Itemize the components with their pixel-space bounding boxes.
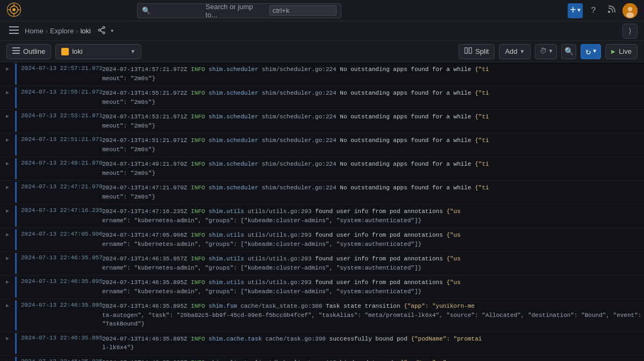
log-content: 2024-07-13T14:55:21.972Z INFO shim.sched…	[100, 87, 644, 108]
outline-label: Outline	[23, 47, 45, 55]
log-row[interactable]: ▶2024-07-13 22:55:21.9722024-07-13T14:55…	[0, 86, 644, 110]
log-expand-button[interactable]: ▶	[0, 87, 15, 96]
keyboard-shortcut: ctrl+k	[269, 5, 337, 16]
log-expand-button[interactable]: ▶	[0, 229, 15, 238]
log-row[interactable]: ▶2024-07-13 22:49:21.9702024-07-13T14:49…	[0, 157, 644, 181]
live-button[interactable]: ▶ Live	[605, 44, 638, 59]
log-expand-button[interactable]: ▶	[0, 333, 15, 342]
log-content: 2024-07-13T14:46:35.895Z INFO shim.fsm c…	[100, 300, 644, 330]
log-content: 2024-07-13T14:47:16.235Z INFO shim.utils…	[100, 206, 644, 226]
log-row[interactable]: ▶2024-07-13 22:46:35.8952024-07-13T14:46…	[0, 332, 644, 356]
play-icon: ▶	[611, 48, 616, 54]
log-viewer[interactable]: ▶2024-07-13 22:57:21.9722024-07-13T14:57…	[0, 62, 644, 361]
share-button[interactable]	[97, 26, 106, 37]
grafana-logo[interactable]	[6, 2, 22, 19]
breadcrumb-explore[interactable]: Explore	[50, 27, 74, 35]
datasource-label: loki	[72, 47, 83, 55]
query-toolbar: Outline loki ▼ Split Add ▼ ⏱ ▼ 🔍 ↻ ▼ ▶	[0, 41, 644, 62]
svg-rect-23	[465, 48, 468, 54]
log-row[interactable]: ▶2024-07-13 22:46:35.8952024-07-13T14:46…	[0, 275, 644, 299]
log-row[interactable]: ▶2024-07-13 22:47:05.9062024-07-13T14:47…	[0, 228, 644, 252]
log-expand-button[interactable]: ▶	[0, 135, 15, 143]
search-input[interactable]: Search or jump to...	[205, 3, 266, 19]
add-label: Add	[505, 47, 517, 55]
breadcrumb-current: loki	[80, 27, 91, 35]
live-label: Live	[619, 47, 632, 55]
log-timestamp: 2024-07-13 22:49:21.970	[17, 158, 100, 168]
log-row[interactable]: ▶2024-07-13 22:47:21.9702024-07-13T14:47…	[0, 181, 644, 204]
log-timestamp: 2024-07-13 22:47:16.235	[17, 206, 100, 215]
split-button[interactable]: Split	[459, 44, 495, 59]
svg-rect-19	[12, 47, 20, 48]
log-row[interactable]: ▶2024-07-13 22:51:21.9712024-07-13T14:51…	[0, 133, 644, 157]
svg-point-10	[626, 12, 634, 18]
log-content: 2024-07-13T14:47:21.970Z INFO shim.sched…	[100, 182, 644, 203]
collapse-icon: ⟩	[628, 26, 632, 36]
list-icon	[12, 47, 20, 55]
outline-button[interactable]: Outline	[6, 44, 51, 59]
log-timestamp: 2024-07-13 22:46:35.957	[17, 253, 100, 263]
breadcrumb: Home › Explore › loki	[25, 27, 91, 35]
log-expand-button[interactable]: ▶	[0, 158, 15, 167]
loki-datasource-icon	[61, 48, 69, 55]
svg-point-9	[628, 7, 632, 11]
search-icon: 🔍	[142, 6, 203, 15]
zoom-out-button[interactable]: 🔍	[561, 44, 576, 59]
log-expand-button[interactable]: ▶	[0, 253, 15, 261]
log-expand-button[interactable]: ▶	[0, 111, 15, 119]
log-content: 2024-07-13T14:46:35.957Z INFO shim.utils…	[100, 253, 644, 274]
log-timestamp: 2024-07-13 22:57:21.972	[17, 63, 100, 73]
global-search[interactable]: 🔍 Search or jump to... ctrl+k	[137, 3, 341, 18]
svg-rect-11	[9, 26, 19, 27]
log-timestamp: 2024-07-13 22:47:05.906	[17, 229, 100, 239]
help-icon: ?	[591, 6, 596, 16]
zoom-out-icon: 🔍	[564, 47, 574, 56]
menu-toggle-button[interactable]	[6, 24, 22, 39]
log-expand-button[interactable]: ▶	[0, 206, 15, 214]
breadcrumb-sep-1: ›	[46, 27, 48, 35]
log-content: 2024-07-13T14:51:21.971Z INFO shim.sched…	[100, 135, 644, 155]
log-row[interactable]: ▶2024-07-13 22:47:16.2352024-07-13T14:47…	[0, 204, 644, 228]
log-content: 2024-07-13T14:46:35.835Z INFO shim.clien…	[100, 357, 644, 362]
add-button[interactable]: Add ▼	[499, 44, 531, 59]
svg-rect-13	[9, 33, 19, 34]
clock-icon: ⏱	[540, 47, 547, 55]
log-row[interactable]: ▶2024-07-13 22:46:35.8352024-07-13T14:46…	[0, 356, 644, 362]
svg-rect-21	[12, 53, 20, 54]
svg-rect-12	[9, 30, 19, 31]
breadcrumb-home[interactable]: Home	[25, 27, 44, 35]
log-expand-button[interactable]: ▶	[0, 63, 15, 72]
svg-line-18	[101, 31, 103, 32]
log-timestamp: 2024-07-13 22:55:21.972	[17, 87, 100, 97]
log-timestamp: 2024-07-13 22:46:35.895	[17, 300, 100, 310]
log-row[interactable]: ▶2024-07-13 22:57:21.9722024-07-13T14:57…	[0, 62, 644, 86]
breadcrumb-bar: Home › Explore › loki ▾ ⟩	[0, 22, 644, 41]
more-options-button[interactable]: ▾	[110, 27, 114, 35]
log-row[interactable]: ▶2024-07-13 22:46:35.8952024-07-13T14:46…	[0, 299, 644, 332]
log-content: 2024-07-13T14:57:21.972Z INFO shim.sched…	[100, 63, 644, 84]
collapse-panel-button[interactable]: ⟩	[622, 24, 638, 39]
split-label: Split	[475, 47, 489, 55]
help-button[interactable]: ?	[586, 3, 601, 18]
log-expand-button[interactable]: ▶	[0, 182, 15, 190]
time-picker-button[interactable]: ⏱ ▼	[535, 44, 557, 59]
nav-right-collapse: ⟩	[622, 24, 638, 39]
rss-button[interactable]	[604, 3, 619, 18]
user-avatar[interactable]	[622, 3, 638, 18]
log-timestamp: 2024-07-13 22:53:21.971	[17, 111, 100, 121]
top-navigation: 🔍 Search or jump to... ctrl+k + ▼ ?	[0, 0, 644, 22]
time-picker-dropdown-icon: ▼	[549, 48, 552, 54]
log-expand-button[interactable]: ▶	[0, 277, 15, 285]
refresh-dropdown-icon: ▼	[593, 48, 596, 54]
refresh-button[interactable]: ↻ ▼	[581, 44, 601, 59]
breadcrumb-sep-2: ›	[76, 27, 78, 35]
nav-right-icons: + ▼ ?	[568, 3, 638, 18]
log-row[interactable]: ▶2024-07-13 22:46:35.9572024-07-13T14:46…	[0, 252, 644, 275]
datasource-selector[interactable]: loki ▼	[55, 44, 141, 59]
new-item-button[interactable]: + ▼	[568, 3, 583, 18]
log-expand-button[interactable]: ▶	[0, 357, 15, 362]
log-timestamp: 2024-07-13 22:46:35.895	[17, 277, 100, 286]
log-timestamp: 2024-07-13 22:51:21.971	[17, 135, 100, 144]
log-expand-button[interactable]: ▶	[0, 300, 15, 309]
log-row[interactable]: ▶2024-07-13 22:53:21.9712024-07-13T14:53…	[0, 110, 644, 133]
